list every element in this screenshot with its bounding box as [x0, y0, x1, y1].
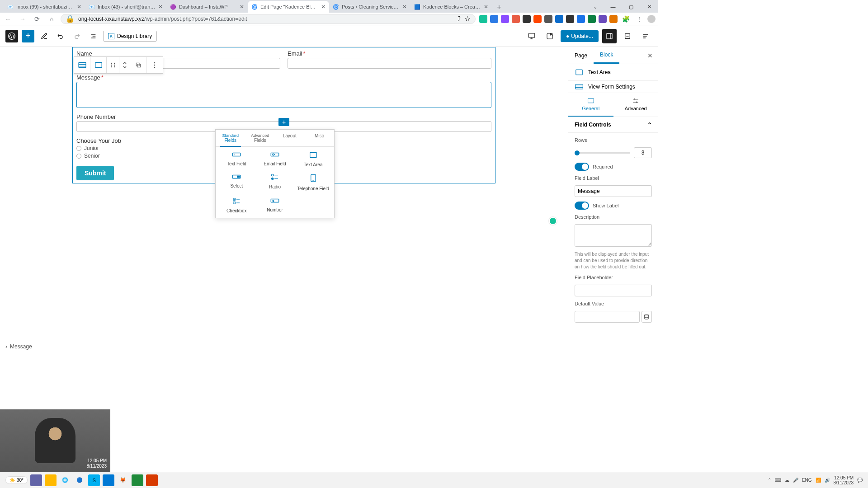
- menu-button[interactable]: ⋮: [634, 14, 645, 24]
- chevron-down-icon[interactable]: ⌄: [586, 1, 604, 13]
- picker-tab-misc[interactable]: Misc: [305, 130, 335, 146]
- ext-icon[interactable]: [599, 15, 607, 23]
- picker-tab-advanced[interactable]: AdvancedFields: [245, 130, 275, 146]
- sidebar-tab-block[interactable]: Block: [594, 47, 619, 64]
- update-button[interactable]: ● Update...: [561, 30, 599, 42]
- share-icon[interactable]: ⤴: [457, 15, 461, 23]
- ext-icon[interactable]: [588, 15, 596, 23]
- required-toggle[interactable]: [575, 163, 589, 171]
- view-form-settings-button[interactable]: View Form Settings: [568, 80, 658, 93]
- picker-email-field[interactable]: Email Field: [256, 151, 294, 167]
- browser-tab[interactable]: 📧Inbox (99) - sherifabuzid@gmai✕: [4, 1, 85, 13]
- picker-telephone[interactable]: Telephone Field: [294, 174, 332, 191]
- minimize-button[interactable]: —: [604, 1, 622, 13]
- picker-text-field[interactable]: Text Field: [217, 151, 256, 167]
- kadence-settings-icon[interactable]: [620, 29, 635, 43]
- undo-button[interactable]: [54, 30, 67, 42]
- maximize-button[interactable]: ▢: [622, 1, 640, 13]
- sidebar-close-button[interactable]: ✕: [642, 48, 658, 63]
- ext-icon[interactable]: [512, 15, 520, 23]
- ext-icon[interactable]: [544, 15, 552, 23]
- move-up-down-button[interactable]: [119, 57, 130, 73]
- picker-number[interactable]: 1Number: [256, 197, 294, 213]
- default-value-input[interactable]: [575, 311, 640, 323]
- close-icon[interactable]: ✕: [158, 4, 163, 10]
- ext-icon[interactable]: [577, 15, 585, 23]
- wordpress-logo[interactable]: [5, 30, 18, 42]
- close-icon[interactable]: ✕: [77, 4, 81, 10]
- gmail-icon: 📧: [7, 4, 14, 10]
- field-controls-panel-head[interactable]: Field Controls ⌃: [568, 117, 658, 133]
- browser-tab[interactable]: 🟦Kadence Blocks – Create Stunni✕: [410, 1, 492, 13]
- picker-radio[interactable]: Radio: [256, 174, 294, 191]
- ext-icon[interactable]: [523, 15, 531, 23]
- reddit-ext-icon[interactable]: [533, 15, 542, 23]
- close-icon[interactable]: ✕: [240, 4, 244, 10]
- rows-value-input[interactable]: 3: [634, 147, 652, 158]
- submit-button[interactable]: Submit: [76, 166, 114, 180]
- show-label-toggle[interactable]: [575, 202, 589, 210]
- textarea-block-button[interactable]: [90, 57, 107, 73]
- picker-label: Text Area: [304, 162, 323, 167]
- options-menu-button[interactable]: [638, 29, 653, 43]
- more-options-button[interactable]: [146, 57, 163, 73]
- placeholder-input[interactable]: [575, 285, 652, 296]
- preview-button[interactable]: [542, 29, 557, 43]
- ext-icon[interactable]: [555, 15, 563, 23]
- close-icon[interactable]: ✕: [321, 4, 326, 10]
- list-view-button[interactable]: [87, 30, 99, 42]
- browser-tab[interactable]: 🌀Posts ‹ Cleaning Service. — Wor✕: [329, 1, 410, 13]
- close-window-button[interactable]: ✕: [640, 1, 658, 13]
- browser-tab-active[interactable]: 🌀Edit Page "Kadence Blocks Tutor✕: [248, 1, 329, 13]
- new-tab-button[interactable]: +: [494, 2, 505, 13]
- general-subtab[interactable]: General: [568, 93, 613, 117]
- close-icon[interactable]: ✕: [484, 4, 488, 10]
- chevron-right-icon[interactable]: ›: [5, 343, 7, 350]
- settings-sidebar-button[interactable]: [602, 29, 617, 43]
- duplicate-button[interactable]: [130, 57, 146, 73]
- browser-tab[interactable]: 📧Inbox (43) - sherif@translationpa✕: [85, 1, 166, 13]
- picker-text-area[interactable]: Text Area: [294, 151, 332, 167]
- add-field-button[interactable]: +: [278, 118, 289, 126]
- rows-slider[interactable]: [575, 152, 630, 154]
- picker-tab-layout[interactable]: Layout: [275, 130, 305, 146]
- description-textarea[interactable]: [575, 224, 652, 247]
- picker-checkbox[interactable]: Checkbox: [217, 197, 256, 213]
- address-bar[interactable]: 🔒 ong-locust-xixa.instawp.xyz/wp-admin/p…: [61, 14, 476, 24]
- close-icon[interactable]: ✕: [402, 4, 407, 10]
- picker-tab-standard[interactable]: StandardFields: [216, 130, 245, 146]
- drag-handle-button[interactable]: [107, 57, 119, 73]
- ext-icon[interactable]: [566, 15, 574, 23]
- add-block-button[interactable]: +: [22, 30, 34, 42]
- desktop-preview-icon[interactable]: [524, 29, 539, 43]
- profile-avatar[interactable]: [647, 15, 656, 23]
- dynamic-content-button[interactable]: [642, 311, 652, 323]
- message-textarea[interactable]: [76, 82, 491, 108]
- extensions-button[interactable]: 🧩: [620, 14, 631, 24]
- grammarly-badge-icon[interactable]: [549, 217, 557, 225]
- edit-tool-icon[interactable]: [38, 30, 51, 42]
- browser-tab[interactable]: 🟣Dashboard – InstaWP✕: [166, 1, 248, 13]
- field-label-input[interactable]: [575, 185, 652, 197]
- picker-label: Email Field: [264, 161, 286, 166]
- reload-button[interactable]: ⟳: [32, 14, 42, 24]
- ext-icon[interactable]: [501, 15, 509, 23]
- redo-button[interactable]: [71, 30, 83, 42]
- home-button[interactable]: ⌂: [46, 14, 57, 24]
- ext-icon[interactable]: [609, 15, 618, 23]
- svg-point-18: [113, 65, 114, 66]
- forward-button[interactable]: →: [17, 14, 28, 24]
- sidebar-tab-page[interactable]: Page: [568, 48, 594, 63]
- grammarly-ext-icon[interactable]: [479, 15, 487, 23]
- breadcrumb-item[interactable]: Message: [10, 343, 32, 350]
- editor-canvas[interactable]: Name Email* Message* + Phone Number: [0, 47, 568, 340]
- design-library-button[interactable]: K Design Library: [103, 31, 157, 42]
- svg-rect-21: [136, 63, 139, 66]
- ext-icon[interactable]: [490, 15, 498, 23]
- parent-block-button[interactable]: [74, 57, 90, 73]
- picker-select[interactable]: Select: [217, 174, 256, 191]
- back-button[interactable]: ←: [3, 14, 14, 24]
- email-input[interactable]: [288, 58, 491, 69]
- star-icon[interactable]: ☆: [464, 14, 471, 23]
- advanced-subtab[interactable]: Advanced: [613, 93, 659, 117]
